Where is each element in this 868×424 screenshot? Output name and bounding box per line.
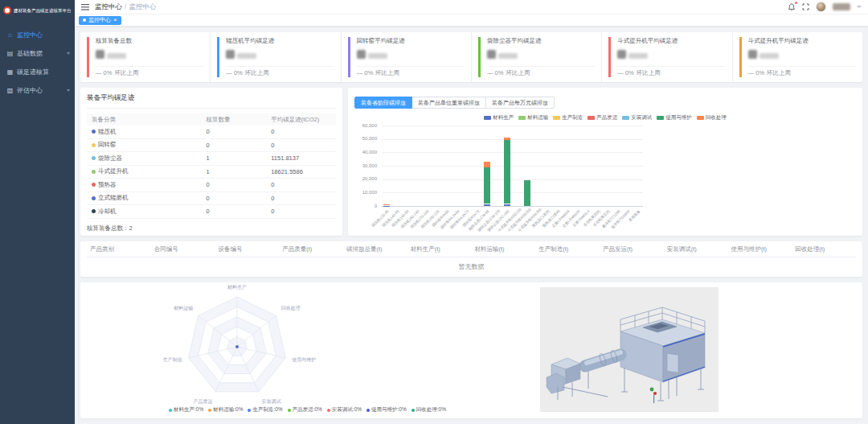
column-header: 设备编号 (215, 245, 280, 253)
stage-emission-chart-panel: 装备各阶段碳排放 装备产品单位重量碳排放 装备产品每万元碳排放 材料生产材料运输… (348, 88, 862, 236)
app-logo: 建材装备产品碳足迹核算平台 (0, 0, 75, 21)
svg-text:产品发运: 产品发运 (194, 398, 213, 405)
tag-close-icon[interactable]: × (113, 17, 117, 23)
column-header: 安装调试(t) (664, 245, 728, 253)
svg-text:材料运输: 材料运输 (173, 306, 193, 311)
y-axis-tick: 20,000 (354, 176, 377, 181)
table-row: 预热器 00 (87, 179, 336, 192)
product-table-header: 产品类别合同编号设备编号产品质量(t)碳排放总量(t)材料生产(t)材料运输(t… (87, 241, 856, 257)
kpi-card-bucket-elevator-1: 斗式提升机平均碳足迹 — 0%环比上周 (602, 32, 732, 82)
kpi-value-masked (357, 48, 465, 59)
equipment-avg-panel: 装备平均碳足迹 装备分类 核算数量 平均碳足迹(tCO2) 辊压机 00 回转窑… (80, 88, 342, 236)
column-header: 使用与维护(t) (728, 245, 792, 253)
bar-segment (504, 140, 510, 204)
svg-text:回收处理: 回收处理 (281, 305, 301, 311)
column-header: 生产制造(t) (535, 245, 600, 253)
legend-item[interactable]: 回收处理 (697, 114, 727, 121)
bar-segment (504, 204, 510, 207)
user-menu-caret-icon[interactable] (857, 6, 862, 8)
sidebar-collapse-icon[interactable] (81, 4, 89, 10)
kpi-value-masked (487, 48, 595, 59)
kpi-title: 斗式提升机平均碳足迹 (617, 37, 725, 45)
kpi-card-bucket-elevator-2: 斗式提升机平均碳足迹 — 0%环比上周 (733, 32, 862, 82)
chevron-down-icon (67, 89, 70, 92)
legend-item[interactable]: 使用与维护 (657, 114, 692, 121)
kpi-trend: — 0%环比上周 (487, 66, 595, 77)
column-header: 碳排放总量(t) (343, 245, 407, 253)
main-content: 核算装备总数 — 0%环比上周 辊压机平均碳足迹 — 0%环比上周 回转窑平均碳… (75, 27, 868, 424)
machine-3d-image (540, 287, 719, 412)
bar-segment (484, 162, 490, 167)
legend-item: 材料生产:0% (169, 406, 203, 414)
svg-text:材料生产: 材料生产 (227, 284, 247, 290)
bar-segment (484, 167, 490, 204)
home-icon: ⌂ (6, 31, 14, 39)
legend-item[interactable]: 产品发运 (588, 114, 617, 121)
table-row: 袋除尘器 11151.8137 (87, 152, 336, 166)
chart-tabs: 装备各阶段碳排放 装备产品单位重量碳排放 装备产品每万元碳排放 (354, 97, 555, 109)
tab-per-10k-yuan-emissions[interactable]: 装备产品每万元碳排放 (485, 97, 555, 109)
bar-segment (484, 204, 490, 207)
kpi-card-bag-filter: 袋除尘器平均碳足迹 — 0%环比上周 (472, 32, 602, 82)
empty-state: 暂无数据 (87, 257, 856, 275)
tag-monitor-center[interactable]: 监控中心 × (79, 16, 121, 25)
kpi-value-masked (748, 48, 856, 59)
legend-item: 回收处理:0% (411, 406, 446, 414)
username-masked[interactable] (833, 3, 850, 10)
column-header: 材料运输(t) (472, 245, 536, 253)
product-table-panel: 产品类别合同编号设备编号产品质量(t)碳排放总量(t)材料生产(t)材料运输(t… (80, 241, 862, 277)
tab-unit-weight-emissions[interactable]: 装备产品单位重量碳排放 (411, 97, 486, 109)
column-header: 产品质量(t) (279, 245, 343, 253)
bar-segment (524, 180, 530, 206)
legend-item[interactable]: 材料运输 (518, 114, 548, 121)
kpi-trend: — 0%环比上周 (96, 66, 203, 77)
sidebar-item-evaluation-center[interactable]: ▧ 评估中心 (0, 81, 75, 100)
kpi-title: 斗式提升机平均碳足迹 (748, 37, 856, 45)
kpi-trend: — 0%环比上周 (617, 66, 725, 77)
sidebar-item-monitor-center[interactable]: ⌂ 监控中心 (0, 26, 75, 44)
notification-badge (795, 2, 798, 5)
kpi-card-total-equipment: 核算装备总数 — 0%环比上周 (80, 32, 211, 82)
panel-title: 装备平均碳足迹 (87, 93, 336, 109)
evaluate-icon: ▧ (6, 87, 14, 94)
radar-legend: 材料生产:0%材料运输:0%生产制造:0%产品发运:0%安装调试:0%使用与维护… (80, 406, 534, 414)
bar-segment (504, 138, 510, 140)
legend-item: 使用与维护:0% (366, 406, 407, 414)
column-header: 产品类别 (87, 245, 151, 253)
bar-segment (383, 204, 390, 205)
tab-stage-emissions[interactable]: 装备各阶段碳排放 (354, 97, 412, 109)
sidebar-item-basic-data[interactable]: ▤ 基础数据 (0, 44, 75, 63)
y-axis-tick: 60,000 (354, 123, 377, 128)
legend-item[interactable]: 材料生产 (484, 114, 514, 121)
chevron-down-icon (67, 52, 70, 55)
svg-text:生产制造: 生产制造 (163, 356, 182, 363)
kpi-panel: 核算装备总数 — 0%环比上周 辊压机平均碳足迹 — 0%环比上周 回转窑平均碳… (80, 32, 862, 82)
breadcrumb-root[interactable]: 监控中心 (95, 2, 122, 10)
y-axis-tick: 0 (354, 204, 377, 208)
kpi-value-masked (617, 48, 725, 59)
legend-item[interactable]: 生产制造 (553, 114, 583, 121)
table-row: 立式辊磨机 00 (87, 192, 336, 206)
kpi-trend: — 0%环比上周 (748, 66, 856, 77)
table-row: 斗式提升机 118621.5586 (87, 166, 336, 179)
sidebar-item-carbon-calc[interactable]: ▦ 碳足迹核算 (0, 63, 75, 81)
sidebar: 建材装备产品碳足迹核算平台 ⌂ 监控中心 ▤ 基础数据 ▦ 碳足迹核算 ▧ 评估… (0, 0, 75, 424)
kpi-card-roller-press: 辊压机平均碳足迹 — 0%环比上周 (211, 32, 341, 82)
calc-icon: ▦ (6, 68, 14, 76)
kpi-value-masked (96, 48, 203, 59)
kpi-title: 袋除尘器平均碳足迹 (487, 37, 595, 45)
kpi-title: 辊压机平均碳足迹 (226, 37, 334, 45)
breadcrumb-current: 监控中心 (129, 2, 156, 10)
app-title: 建材装备产品碳足迹核算平台 (14, 8, 72, 13)
legend-item: 材料运输:0% (208, 406, 243, 414)
tag-active-dot (83, 19, 86, 22)
logo-icon (3, 6, 11, 14)
equipment-table: 装备分类 核算数量 平均碳足迹(tCO2) 辊压机 00 回转窑 00 袋除尘器… (87, 113, 336, 219)
notification-bell-icon[interactable] (788, 3, 796, 11)
svg-text:使用与维护: 使用与维护 (292, 356, 316, 363)
kpi-trend: — 0%环比上周 (226, 66, 334, 77)
fullscreen-icon[interactable] (802, 3, 809, 10)
breadcrumb: 监控中心/监控中心 (95, 2, 156, 12)
avatar[interactable] (816, 2, 826, 12)
legend-item[interactable]: 安装调试 (622, 114, 652, 121)
